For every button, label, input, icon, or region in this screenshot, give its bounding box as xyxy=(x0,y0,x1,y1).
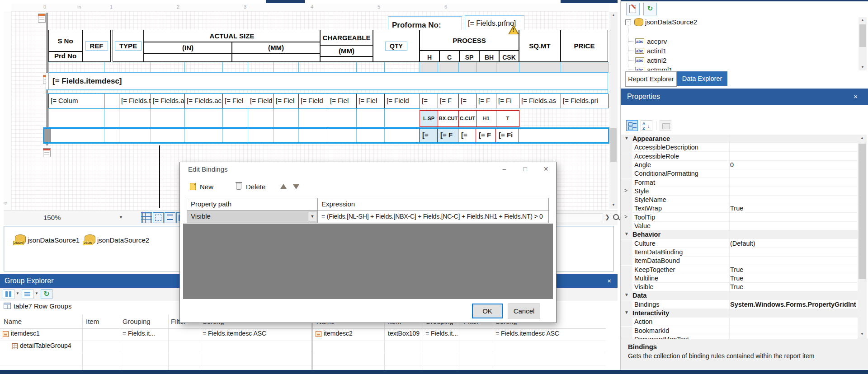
header-cell-empty[interactable] xyxy=(320,56,373,62)
column-groups-button[interactable] xyxy=(3,289,14,299)
grid-cell[interactable] xyxy=(104,108,119,127)
binding-property-cell[interactable]: Visible ▼ xyxy=(187,210,318,223)
grid-cell[interactable] xyxy=(496,62,519,73)
header-cell-sno[interactable]: S No xyxy=(48,30,82,51)
zoom-dropdown-icon[interactable]: ▼ xyxy=(119,215,123,220)
grid-cell[interactable] xyxy=(248,62,274,73)
move-down-icon[interactable] xyxy=(293,184,299,189)
property-row[interactable]: DocumentMapText xyxy=(621,335,858,339)
header-cell-price[interactable]: PRICE xyxy=(561,30,608,62)
collapse-icon[interactable]: ▼ xyxy=(624,310,629,315)
grid-cell[interactable] xyxy=(184,108,223,127)
table-column-header[interactable]: Item xyxy=(86,318,99,325)
snap-lines-button[interactable] xyxy=(165,212,175,223)
binding-row[interactable]: Visible ▼ = (Fields.[NL-SH] + Fields.[NB… xyxy=(187,210,549,223)
alphabetical-view-button[interactable]: AZ ↓ xyxy=(641,120,652,131)
grid-cell[interactable] xyxy=(248,108,274,127)
grid-cell[interactable] xyxy=(48,62,104,73)
property-row[interactable]: ConditionalFormatting xyxy=(621,169,858,178)
header-cell-qty[interactable]: QTY xyxy=(373,30,420,62)
tree-item-field[interactable]: abcactinl2 xyxy=(621,56,865,65)
selected-row-cell[interactable]: [= xyxy=(458,129,476,142)
scroll-up-icon[interactable]: ▲ xyxy=(859,17,867,23)
header-cell-ref[interactable]: REF xyxy=(82,30,111,62)
property-row[interactable]: AccessibleRole xyxy=(621,152,858,161)
refresh-fields-button[interactable]: ↻ xyxy=(643,3,657,15)
group-row-sorting[interactable]: = Fields.itemdesc ASC xyxy=(203,330,266,337)
property-value[interactable]: True xyxy=(730,205,857,212)
property-row[interactable]: BookmarkId xyxy=(621,327,858,335)
tree-item-field[interactable]: abcactmml1 xyxy=(621,65,865,70)
selected-row-cell[interactable]: [= xyxy=(420,129,438,142)
group-row-sorting[interactable]: = Fields.itemdesc ASC xyxy=(495,330,559,337)
grid-cell[interactable] xyxy=(119,62,151,73)
detail-cell[interactable]: [= F xyxy=(476,94,496,108)
properties-close-icon[interactable]: × xyxy=(854,89,858,105)
group-row-name[interactable]: itemdesc2 xyxy=(324,330,353,337)
expand-icon[interactable]: > xyxy=(624,214,627,220)
grid-cell[interactable] xyxy=(104,62,119,73)
property-row[interactable]: Value xyxy=(621,222,858,230)
zoom-level[interactable]: 150% xyxy=(43,214,61,221)
selected-row-cell[interactable]: [= F xyxy=(438,129,458,142)
property-row[interactable]: ItemDataBinding xyxy=(621,248,858,257)
grid-cell[interactable] xyxy=(476,62,496,73)
detail-cell[interactable]: [= Fields.as xyxy=(519,94,561,108)
process-label-cell[interactable]: C-CUT xyxy=(458,110,476,127)
grid-cell[interactable] xyxy=(384,108,420,127)
process-col-header[interactable]: H xyxy=(420,51,439,62)
process-label-cell[interactable]: BX-CUT xyxy=(438,110,459,127)
grid-cell[interactable] xyxy=(298,108,328,127)
header-cell-empty[interactable] xyxy=(144,53,232,62)
detail-cell[interactable]: [= xyxy=(420,94,438,108)
dialog-titlebar[interactable]: Edit Bindings – □ ✕ xyxy=(180,162,556,177)
detail-cell[interactable]: [= Fiel xyxy=(356,94,385,108)
collapse-icon[interactable]: ▼ xyxy=(624,231,629,236)
grid-cell[interactable] xyxy=(222,108,248,127)
property-row[interactable]: > ToolTip xyxy=(621,213,858,222)
detail-cell[interactable]: [= Fields.ac xyxy=(184,94,223,108)
minimize-icon[interactable]: – xyxy=(494,162,514,177)
binding-expression-cell[interactable]: = (Fields.[NL-SH] + Fields.[NBX-C] + Fie… xyxy=(318,210,548,223)
delete-binding-button[interactable]: Delete xyxy=(246,183,265,191)
grid-cell[interactable] xyxy=(384,62,420,73)
grid-cell[interactable] xyxy=(356,62,385,73)
header-cell-actual-size[interactable]: ACTUAL SIZE xyxy=(144,30,320,42)
tree-collapse-icon[interactable]: − xyxy=(625,19,631,25)
property-row[interactable]: Bindings System.Windows.Forms.PropertyGr… xyxy=(621,300,858,309)
process-col-header[interactable]: SP xyxy=(459,51,479,62)
itemdesc-group-cell[interactable]: [= Fields.itemdesc] xyxy=(46,73,608,90)
detail-cell[interactable]: [= Fiel xyxy=(274,94,299,108)
grid-cell[interactable] xyxy=(151,108,185,127)
datasource-item[interactable]: jsonDataSource1 xyxy=(28,236,80,244)
grid-cell[interactable] xyxy=(274,62,299,73)
categorized-view-button[interactable] xyxy=(626,120,638,131)
detail-cell[interactable]: [= Colum xyxy=(48,94,104,108)
property-value[interactable]: True xyxy=(730,275,857,282)
selected-row-cell[interactable]: [= Fi xyxy=(496,129,519,142)
property-row[interactable]: Culture (Default) xyxy=(621,239,858,248)
property-row[interactable]: Format xyxy=(621,178,858,187)
row-groups-button[interactable] xyxy=(22,289,33,299)
datasource-item[interactable]: jsonDataSource2 xyxy=(97,236,149,244)
property-row[interactable]: ItemDataBound xyxy=(621,257,858,265)
detail-cell[interactable]: [= Fields.t xyxy=(119,94,151,108)
property-value[interactable]: System.Windows.Forms.PropertyGridInt xyxy=(730,301,857,308)
cancel-button[interactable]: Cancel xyxy=(508,304,540,318)
property-grid-scrollbar[interactable]: ▲ ▼ xyxy=(858,135,867,339)
group-row-item[interactable]: textBox109 xyxy=(388,330,420,337)
table-column-header[interactable]: Grouping xyxy=(123,318,151,325)
detail-cell[interactable]: [= xyxy=(458,94,476,108)
tab-report-explorer[interactable]: Report Explorer xyxy=(625,71,677,87)
property-row[interactable]: Visible True xyxy=(621,283,858,291)
refresh-button[interactable]: ↻ xyxy=(41,289,52,299)
grid-cell[interactable] xyxy=(222,62,248,73)
snap-to-grid-button[interactable] xyxy=(153,212,164,223)
header-cell-in[interactable]: (IN) xyxy=(144,42,232,53)
property-row[interactable]: TextWrap True xyxy=(621,204,858,213)
header-cell-chargeable-mm[interactable]: (MM) xyxy=(320,45,373,56)
hscroll-right-icon[interactable]: ❯ xyxy=(605,214,610,220)
design-vscrollbar[interactable]: ▲ ▼ xyxy=(609,12,618,209)
detail-cell[interactable]: [= Field xyxy=(384,94,420,108)
new-binding-button[interactable]: New xyxy=(200,183,213,191)
